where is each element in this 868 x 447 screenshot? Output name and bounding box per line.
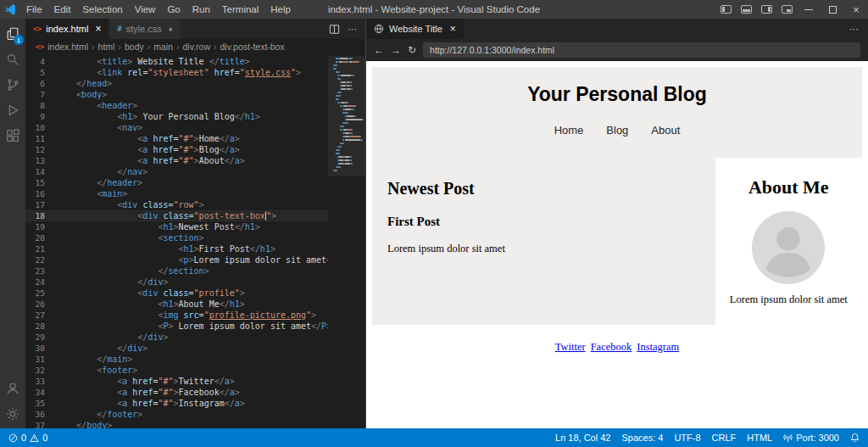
breadcrumb-body[interactable]: body: [125, 42, 144, 52]
code-line-7[interactable]: 7 <body>: [25, 89, 365, 100]
preview-tab-website-title[interactable]: Website Title ×: [366, 19, 464, 39]
code-line-32[interactable]: 32 <footer>: [25, 365, 365, 376]
code-line-28[interactable]: 28 <P> Lorem ipsum dolor sit amet</P>: [25, 321, 365, 332]
code-line-30[interactable]: 30 </div>: [25, 343, 365, 354]
run-debug-button[interactable]: [0, 98, 25, 123]
preview-more-actions-icon[interactable]: ⋯: [841, 24, 868, 35]
page-footer-link-instagram[interactable]: Instagram: [637, 341, 679, 353]
close-button[interactable]: ×: [844, 0, 868, 19]
code-line-17[interactable]: 17 <div class="row">: [25, 199, 365, 210]
code-line-16[interactable]: 16 <main>: [25, 188, 365, 199]
source-control-button[interactable]: [0, 72, 25, 98]
menu-help[interactable]: Help: [264, 4, 297, 14]
line-number: 13: [25, 155, 56, 166]
line-number: 36: [25, 409, 56, 420]
menu-view[interactable]: View: [129, 4, 162, 14]
article-title: First Post: [387, 215, 700, 229]
code-line-24[interactable]: 24 </div>: [25, 277, 365, 288]
menu-terminal[interactable]: Terminal: [216, 4, 264, 14]
forward-button[interactable]: →: [391, 45, 401, 55]
breadcrumb-main[interactable]: main: [153, 42, 173, 52]
css-file-icon: #: [117, 25, 121, 33]
menu-go[interactable]: Go: [161, 4, 186, 14]
line-number: 7: [25, 89, 56, 100]
explorer-button[interactable]: 1: [0, 21, 25, 47]
breadcrumb-div-row[interactable]: div.row: [183, 42, 210, 52]
menu-edit[interactable]: Edit: [48, 4, 77, 14]
split-editor-icon[interactable]: [329, 24, 340, 35]
code-line-15[interactable]: 15 </header>: [25, 177, 365, 188]
editor-tab-style-css[interactable]: # style.css ●: [109, 19, 181, 39]
modified-dot-icon[interactable]: ●: [169, 25, 173, 33]
preview-close-icon[interactable]: ×: [450, 23, 456, 35]
toggle-panel-icon[interactable]: [736, 0, 756, 19]
back-button[interactable]: ←: [374, 45, 384, 55]
search-button[interactable]: [0, 47, 25, 72]
code-line-33[interactable]: 33 <a href="#">Twitter</a>: [25, 376, 365, 387]
page-footer-link-twitter[interactable]: Twitter: [555, 341, 586, 353]
encoding-status[interactable]: UTF-8: [674, 433, 700, 443]
code-line-34[interactable]: 34 <a href="#">Facebook</a>: [25, 387, 365, 398]
page-nav-link-blog[interactable]: Blog: [606, 124, 628, 137]
code-line-10[interactable]: 10 <nav>: [25, 122, 365, 133]
maximize-button[interactable]: [821, 0, 844, 19]
code-line-25[interactable]: 25 <div class="profile">: [25, 288, 365, 299]
code-line-19[interactable]: 19 <h1>Newest Post</h1>: [25, 221, 365, 232]
port-status[interactable]: Port: 3000: [783, 433, 839, 443]
code-line-22[interactable]: 22 <p>Lorem ipsum dolor sit amet</p>: [25, 254, 365, 265]
editor-tab-index-html[interactable]: <> index.html ×: [25, 19, 109, 39]
breadcrumb-div-post-text-box[interactable]: div.post-text-box: [220, 42, 284, 52]
code-line-37[interactable]: 37 </body>: [25, 420, 365, 428]
account-button[interactable]: [0, 376, 25, 401]
more-actions-icon[interactable]: ⋯: [348, 24, 358, 35]
page-nav-link-home[interactable]: Home: [554, 124, 584, 137]
page-nav-link-about[interactable]: About: [651, 124, 680, 137]
code-line-31[interactable]: 31 </main>: [25, 354, 365, 365]
post-section: Newest Post First Post Lorem ipsum dolor…: [372, 158, 715, 325]
code-editor[interactable]: 4 <title> Website Title </title>5 <link …: [25, 53, 365, 428]
menu-run[interactable]: Run: [186, 4, 216, 14]
code-line-36[interactable]: 36 </footer>: [25, 409, 365, 420]
menu-file[interactable]: File: [20, 4, 48, 14]
radio-tower-icon: [783, 433, 793, 443]
code-line-27[interactable]: 27 <img src="profile-picture.png">: [25, 310, 365, 321]
notifications-button[interactable]: [850, 433, 860, 443]
indentation-status[interactable]: Spaces: 4: [621, 433, 663, 443]
url-input[interactable]: [423, 42, 860, 58]
explorer-badge: 1: [14, 35, 24, 45]
code-line-29[interactable]: 29 </div>: [25, 332, 365, 343]
language-mode[interactable]: HTML: [747, 433, 772, 443]
code-line-5[interactable]: 5 <link rel="stylesheet" href="style.css…: [25, 67, 365, 78]
toggle-sidebar-icon[interactable]: [715, 0, 736, 19]
code-line-35[interactable]: 35 <a href="#">Instagram</a>: [25, 398, 365, 409]
problems-status[interactable]: 0 0: [8, 433, 47, 443]
eol-status[interactable]: CRLF: [712, 433, 737, 443]
extensions-button[interactable]: [0, 123, 25, 148]
code-line-20[interactable]: 20 <section>: [25, 232, 365, 243]
code-line-18[interactable]: 18 <div class="post-text-box">: [25, 210, 365, 221]
code-line-23[interactable]: 23 </section>: [25, 265, 365, 277]
code-line-21[interactable]: 21 <h1>First Post</h1>: [25, 243, 365, 254]
code-line-12[interactable]: 12 <a href="#">Blog</a>: [25, 144, 365, 155]
settings-button[interactable]: [0, 401, 25, 427]
code-line-11[interactable]: 11 <a href="#">Home</a>: [25, 133, 365, 144]
code-line-13[interactable]: 13 <a href="#">About</a>: [25, 155, 365, 166]
cursor-position[interactable]: Ln 18, Col 42: [555, 433, 610, 443]
code-line-4[interactable]: 4 <title> Website Title </title>: [25, 56, 365, 67]
toggle-secondary-sidebar-icon[interactable]: [756, 0, 776, 19]
breadcrumb-index-html[interactable]: index.html: [47, 42, 88, 52]
line-number: 20: [25, 232, 56, 243]
page-footer-link-facebook[interactable]: Facebook: [591, 341, 632, 353]
reload-button[interactable]: ↻: [408, 45, 416, 55]
breadcrumb-html[interactable]: html: [98, 42, 115, 52]
code-line-9[interactable]: 9 <h1> Your Personal Blog</h1>: [25, 111, 365, 122]
code-line-26[interactable]: 26 <h1>About Me</h1>: [25, 299, 365, 310]
minimize-button[interactable]: [797, 0, 821, 19]
customize-layout-icon[interactable]: [776, 0, 797, 19]
minimap[interactable]: [328, 56, 365, 428]
code-line-6[interactable]: 6 </head>: [25, 78, 365, 89]
code-line-8[interactable]: 8 <header>: [25, 100, 365, 111]
code-line-14[interactable]: 14 </nav>: [25, 166, 365, 177]
tab-close-icon[interactable]: ×: [95, 23, 101, 35]
menu-selection[interactable]: Selection: [76, 4, 128, 14]
